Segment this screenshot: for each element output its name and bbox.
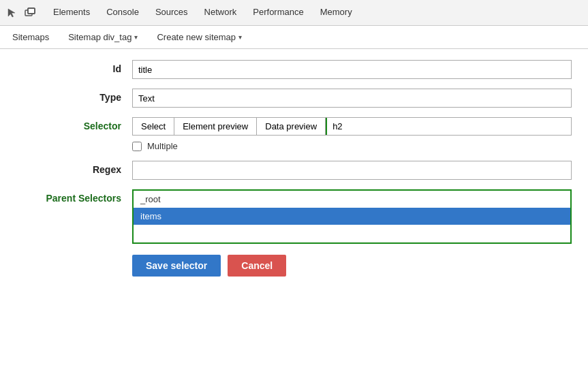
main-content: Id Type Selector Select Element preview … [0,49,588,378]
svg-rect-1 [28,8,35,14]
sitemap-divtag-arrow: ▾ [134,33,138,41]
tab-network[interactable]: Network [196,0,245,25]
sitemaps-bar: Sitemaps Sitemap div_tag ▾ Create new si… [0,26,588,49]
sitemaps-link[interactable]: Sitemaps [8,29,53,45]
id-label: Id [16,60,132,74]
regex-row: Regex [16,161,572,180]
toolbar-tabs: Elements Console Sources Network Perform… [45,0,360,25]
regex-input[interactable] [132,161,572,180]
id-input[interactable] [132,60,572,79]
multiple-label: Multiple [147,141,178,151]
tab-performance[interactable]: Performance [245,0,311,25]
multiple-row: Multiple [132,141,572,151]
selector-row: Selector Select Element preview Data pre… [16,117,572,151]
type-input[interactable] [132,89,572,108]
toolbar-icons [5,6,37,20]
selector-control: Select Element preview Data preview [132,117,572,136]
type-row: Type [16,89,572,108]
select-button[interactable]: Select [133,118,174,135]
tab-console[interactable]: Console [98,0,147,25]
parent-selector-root[interactable]: _root [134,191,570,208]
parent-selectors-row: Parent Selectors _root items [16,189,572,244]
parent-selectors-field: _root items [132,189,572,244]
type-field [132,89,572,108]
sitemap-divtag[interactable]: Sitemap div_tag ▾ [64,29,142,45]
cursor-icon[interactable] [5,6,19,20]
save-selector-button[interactable]: Save selector [132,255,221,277]
devtools-toolbar: Elements Console Sources Network Perform… [0,0,588,26]
data-preview-button[interactable]: Data preview [257,118,326,135]
id-row: Id [16,60,572,79]
selector-value-input[interactable] [326,118,571,135]
parent-selectors-label: Parent Selectors [16,189,132,204]
selector-field: Select Element preview Data preview Mult… [132,117,572,151]
type-label: Type [16,89,132,103]
cancel-button[interactable]: Cancel [228,255,286,277]
create-sitemap[interactable]: Create new sitemap ▾ [153,29,246,45]
multiple-checkbox[interactable] [132,142,142,151]
selector-label: Selector [16,117,132,131]
tab-elements[interactable]: Elements [45,0,98,25]
regex-label: Regex [16,161,132,175]
regex-field [132,161,572,180]
tab-memory[interactable]: Memory [312,0,360,25]
parent-selector-items[interactable]: items [134,208,570,225]
tab-sources[interactable]: Sources [147,0,196,25]
create-sitemap-arrow: ▾ [238,33,242,41]
id-field [132,60,572,79]
parent-selectors-list: _root items [132,189,572,244]
buttons-row: Save selector Cancel [16,255,572,277]
element-preview-button[interactable]: Element preview [174,118,257,135]
box-icon[interactable] [23,6,37,20]
